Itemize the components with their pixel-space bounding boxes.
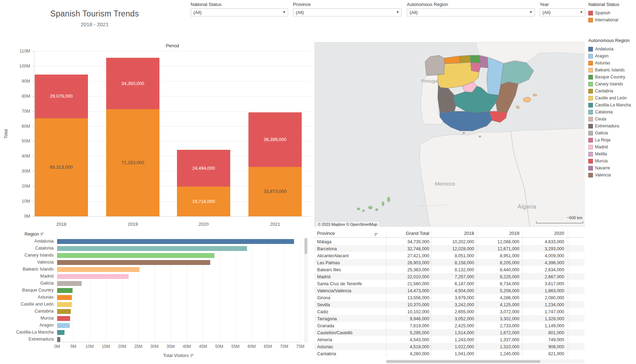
map-region-canary-islands[interactable] bbox=[382, 202, 384, 206]
table-cell[interactable]: 4,009,000 bbox=[525, 253, 564, 258]
map-region-ceuta[interactable] bbox=[463, 132, 465, 134]
table-cell[interactable]: 3,979,000 bbox=[433, 295, 474, 300]
chevron-down-icon[interactable]: ▼ bbox=[529, 10, 533, 14]
table-cell[interactable]: 2,733,000 bbox=[479, 323, 519, 328]
table-cell[interactable]: 12,088,000 bbox=[479, 239, 519, 244]
map-region-canary-islands[interactable] bbox=[362, 210, 364, 212]
table-cell[interactable]: 8,225,000 bbox=[479, 274, 519, 279]
table-cell[interactable]: 10,102,000 bbox=[388, 309, 429, 314]
table-cell[interactable]: 25,363,000 bbox=[388, 267, 429, 272]
table-row-label[interactable]: Cantabria bbox=[317, 351, 384, 356]
region-bar-castilla-la-mancha[interactable] bbox=[57, 330, 64, 335]
table-cell[interactable]: 1,310,000 bbox=[479, 344, 519, 349]
legend-item[interactable]: Melilla bbox=[588, 150, 636, 158]
map-attribution[interactable]: © 2023 Mapbox © OpenStreetMap bbox=[316, 222, 379, 227]
table-row-label[interactable]: Barcelona bbox=[317, 246, 384, 251]
legend-item[interactable]: Catalonia bbox=[588, 108, 636, 115]
legend-item[interactable]: International bbox=[588, 16, 636, 23]
legend-item[interactable]: Galicia bbox=[588, 130, 636, 136]
legend-item[interactable]: Basque Country bbox=[588, 74, 636, 80]
legend-item[interactable]: Ceuta bbox=[588, 115, 636, 122]
vertical-scrollbar[interactable] bbox=[304, 238, 308, 343]
table-row-label[interactable]: Castellón/Castelló bbox=[317, 330, 384, 335]
region-bar-valencia[interactable] bbox=[57, 260, 210, 265]
table-cell[interactable]: 1,240,000 bbox=[479, 351, 519, 356]
table-cell[interactable]: 5,208,000 bbox=[479, 288, 519, 293]
table-cell[interactable]: 5,295,000 bbox=[388, 330, 429, 335]
table-cell[interactable]: 8,951,000 bbox=[479, 253, 519, 258]
map-region-basque-country[interactable] bbox=[470, 55, 480, 63]
map-region-canary-islands[interactable] bbox=[368, 206, 372, 209]
table-cell[interactable]: 8,158,000 bbox=[433, 260, 474, 265]
table-cell[interactable]: 1,672,000 bbox=[479, 330, 519, 335]
table-cell[interactable]: 1,041,000 bbox=[433, 351, 474, 356]
region-bar-andalusia[interactable] bbox=[57, 239, 294, 244]
table-cell[interactable]: 6,734,000 bbox=[479, 281, 519, 286]
table-row-label[interactable]: Madrid bbox=[317, 274, 384, 279]
table-cell[interactable]: 12,671,000 bbox=[479, 246, 519, 251]
scrollbar-thumb[interactable] bbox=[305, 238, 307, 254]
region-bar-balearic-islands[interactable] bbox=[57, 267, 139, 272]
table-cell[interactable]: 6,187,000 bbox=[433, 281, 474, 286]
table-cell[interactable]: 3,302,000 bbox=[479, 316, 519, 321]
table-cell[interactable]: 8,205,000 bbox=[479, 260, 519, 265]
table-cell[interactable]: 7,257,000 bbox=[433, 274, 474, 279]
table-cell[interactable]: 4,504,000 bbox=[433, 288, 474, 293]
region-bar-extremadura[interactable] bbox=[57, 337, 60, 342]
table-row-label[interactable]: Las Palmas bbox=[317, 260, 384, 265]
table-cell[interactable]: 8,440,000 bbox=[479, 267, 519, 272]
legend-item[interactable]: Navarre bbox=[588, 164, 636, 172]
table-cell[interactable]: 749,000 bbox=[525, 337, 564, 342]
table-row-label[interactable]: Sevilla bbox=[317, 302, 384, 307]
region-bar-galicia[interactable] bbox=[57, 281, 82, 286]
table-row-label[interactable]: Tarragona bbox=[317, 316, 384, 321]
map-region-balearic-islands[interactable] bbox=[516, 106, 519, 108]
legend-item[interactable]: Balearic Islands bbox=[588, 66, 636, 74]
table-cell[interactable]: 1,747,000 bbox=[525, 309, 564, 314]
table-cell[interactable]: 10,202,000 bbox=[433, 239, 474, 244]
legend-item[interactable]: Castilla-La Mancha bbox=[588, 102, 636, 108]
table-cell[interactable]: 3,617,000 bbox=[525, 281, 564, 286]
table-cell[interactable]: 27,421,000 bbox=[388, 253, 429, 258]
table-row-label[interactable]: Almería bbox=[317, 337, 384, 342]
sort-icon[interactable] bbox=[375, 231, 378, 238]
table-cell[interactable]: 801,000 bbox=[525, 330, 564, 335]
legend-item[interactable]: Castile and León bbox=[588, 94, 636, 102]
table-cell[interactable]: 1,514,000 bbox=[433, 330, 474, 335]
autonomous-region-dropdown[interactable]: (All) ▼ bbox=[407, 8, 535, 16]
region-bar-madrid[interactable] bbox=[57, 274, 129, 279]
region-bar-catalonia[interactable] bbox=[57, 246, 247, 251]
legend-item[interactable]: La Rioja bbox=[588, 136, 636, 144]
table-cell[interactable]: 12,028,000 bbox=[433, 246, 474, 251]
column-header-2020[interactable]: 2020 bbox=[525, 231, 564, 236]
table-cell[interactable]: 34,735,000 bbox=[388, 239, 429, 244]
table-cell[interactable]: 2,634,000 bbox=[525, 267, 564, 272]
table-cell[interactable]: 1,337,000 bbox=[479, 337, 519, 342]
column-header-province[interactable]: Province bbox=[317, 231, 384, 236]
table-cell[interactable]: 4,260,000 bbox=[388, 351, 429, 356]
scrollbar-thumb[interactable] bbox=[386, 360, 540, 363]
table-cell[interactable]: 4,543,000 bbox=[388, 337, 429, 342]
chevron-down-icon[interactable]: ▼ bbox=[282, 10, 286, 14]
table-cell[interactable]: 22,010,000 bbox=[388, 274, 429, 279]
table-cell[interactable]: 1,863,000 bbox=[525, 288, 564, 293]
table-cell[interactable]: 4,633,000 bbox=[525, 239, 564, 244]
legend-item[interactable]: Extremadura bbox=[588, 122, 636, 130]
legend-item[interactable]: Canary Islands bbox=[588, 80, 636, 88]
map-region-canary-islands[interactable] bbox=[357, 208, 360, 210]
table-cell[interactable]: 3,072,000 bbox=[479, 309, 519, 314]
sort-icon[interactable] bbox=[191, 353, 194, 358]
table-cell[interactable]: 3,052,000 bbox=[433, 316, 474, 321]
legend-item[interactable]: Valencia bbox=[588, 172, 636, 178]
map-region-cantabria[interactable] bbox=[459, 55, 471, 63]
table-cell[interactable]: 4,286,000 bbox=[479, 295, 519, 300]
table-cell[interactable]: 2,080,000 bbox=[525, 295, 564, 300]
table-cell[interactable]: 13,556,000 bbox=[388, 295, 429, 300]
table-row-label[interactable]: Valencia/València bbox=[317, 288, 384, 293]
legend-item[interactable]: Murcia bbox=[588, 158, 636, 164]
table-row-label[interactable]: Balears Illes bbox=[317, 267, 384, 272]
region-bar-asturias[interactable] bbox=[57, 295, 72, 300]
region-bar-castile-and-le-n[interactable] bbox=[57, 302, 72, 307]
table-row-label[interactable]: Málaga bbox=[317, 239, 384, 244]
legend-item[interactable]: Asturias bbox=[588, 59, 636, 66]
